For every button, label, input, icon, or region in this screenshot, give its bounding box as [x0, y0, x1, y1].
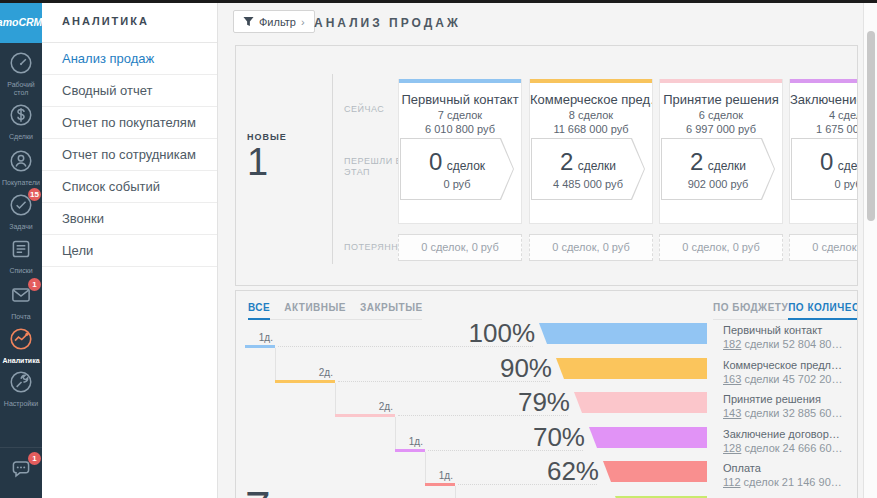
duration-step-line — [335, 414, 395, 417]
pipeline-stages-panel: НОВЫЕ 1 СЕЙЧАС ПЕРЕШЛИ В ЭТАП ПОТЕРЯННЫЕ… — [235, 45, 858, 286]
funnel-bar[interactable] — [539, 323, 707, 344]
funnel-percent: 70% — [503, 424, 585, 451]
duration-label: 2д. — [367, 401, 393, 412]
funnel-bar[interactable] — [589, 427, 707, 448]
chat-badge: 1 — [28, 452, 41, 465]
legend-item[interactable]: Оплата 112 сделок 21 146 90… — [723, 462, 853, 488]
deals-count-link[interactable]: 182 — [723, 338, 741, 350]
deals-count-link[interactable]: 163 — [723, 373, 741, 385]
stage-card-commercial-offer[interactable]: Коммерческое пред… 8 сделок 11 668 000 р… — [529, 79, 653, 224]
customers-icon — [8, 148, 34, 174]
scrollbar-track[interactable] — [863, 2, 877, 498]
menu-title: АНАЛИТИКА — [42, 0, 217, 43]
lost-deals-box[interactable]: 0 сделок, 0 руб — [398, 234, 522, 261]
menu-item-calls[interactable]: Звонки — [42, 203, 217, 235]
scrollbar-thumb[interactable] — [867, 31, 875, 221]
sidebar-item-tasks[interactable]: 15 Задачи — [0, 192, 42, 231]
moved-to-stage-arrow[interactable]: 2 сделки 902 000 руб — [661, 138, 775, 200]
legend-item[interactable]: Коммерческое предл… 163 сделки 45 702 20… — [723, 359, 853, 385]
funnel-percent: 100% — [453, 320, 535, 347]
analytics-icon — [8, 326, 34, 352]
sidebar-item-desktop[interactable]: Рабочий стол — [0, 50, 42, 97]
funnel-bar[interactable] — [556, 358, 707, 379]
legend-item[interactable]: Заключение договор… 128 сделок 24 666 60… — [723, 428, 853, 454]
deals-icon — [8, 102, 34, 128]
menu-item-summary-report[interactable]: Сводный отчет — [42, 75, 217, 107]
sidebar-item-mail[interactable]: 1 Почта — [0, 282, 42, 321]
guide-dotted-line — [278, 346, 533, 347]
sidebar-item-chat[interactable]: 1 — [0, 456, 42, 486]
new-deals-count: 1 — [247, 141, 268, 184]
page-title: АНАЛИЗ ПРОДАЖ — [314, 16, 461, 30]
icon-rail: amoCRM. Рабочий стол Сделки Покупатели 1… — [0, 0, 42, 498]
duration-step-line — [275, 380, 335, 383]
filter-label: Фильтр — [259, 16, 296, 28]
stage-now-count: 8 сделок — [530, 109, 652, 121]
window-top-edge — [0, 0, 877, 3]
funnel-percent: 79% — [488, 389, 570, 416]
funnel-percent: 90% — [470, 355, 552, 382]
guide-dotted-line — [398, 415, 568, 416]
tab-by-count[interactable]: ПО КОЛИЧЕСТВУ — [788, 302, 858, 320]
menu-item-sales-analysis[interactable]: Анализ продаж — [42, 43, 217, 75]
duration-step-line — [395, 449, 425, 452]
sidebar-item-settings[interactable]: Настройки — [0, 369, 42, 408]
sidebar-item-lists[interactable]: Списки — [0, 236, 42, 275]
stage-now-count: 4 сделки — [790, 109, 858, 121]
stage-color-strip — [399, 79, 521, 83]
legend-item[interactable]: Первичный контакт 182 сделки 52 804 80… — [723, 324, 853, 350]
total-duration: 7 д. — [245, 481, 323, 498]
settings-icon — [8, 369, 34, 395]
menu-item-employees-report[interactable]: Отчет по сотрудникам — [42, 139, 217, 171]
tasks-badge: 15 — [28, 188, 41, 201]
sidebar-item-deals[interactable]: Сделки — [0, 102, 42, 141]
menu-item-events-list[interactable]: Список событий — [42, 171, 217, 203]
chat-icon: 1 — [8, 456, 34, 482]
guide-vertical-line — [425, 452, 426, 486]
funnel-bar[interactable] — [603, 461, 707, 482]
stage-title: Коммерческое пред… — [530, 92, 652, 107]
stage-now-count: 6 сделок — [660, 109, 782, 121]
deals-count-link[interactable]: 112 — [723, 476, 741, 488]
duration-label: 2д. — [307, 367, 333, 378]
tasks-icon: 15 — [8, 192, 34, 218]
funnel-bar[interactable] — [574, 392, 707, 413]
tab-active[interactable]: АКТИВНЫЕ — [284, 302, 346, 319]
filter-button[interactable]: Фильтр › — [233, 10, 315, 33]
deals-count-link[interactable]: 143 — [723, 407, 741, 419]
funnel-percent: 62% — [517, 458, 599, 485]
guide-dotted-line — [458, 484, 597, 485]
lost-deals-box[interactable]: 0 сделок, 0 руб — [529, 234, 653, 261]
mail-badge: 1 — [28, 278, 41, 291]
stage-title: Первичный контакт — [399, 92, 521, 107]
amocrm-analytics-window: amoCRM. Рабочий стол Сделки Покупатели 1… — [0, 0, 877, 498]
lists-icon — [8, 236, 34, 262]
menu-item-customers-report[interactable]: Отчет по покупателям — [42, 107, 217, 139]
lost-deals-box[interactable]: 0 сделок, 0 руб — [789, 234, 858, 261]
stage-now-budget: 6 997 000 руб — [660, 123, 782, 135]
stage-now-budget: 6 010 800 руб — [399, 123, 521, 135]
menu-item-goals[interactable]: Цели — [42, 235, 217, 267]
amocrm-logo[interactable]: amoCRM. — [0, 0, 42, 43]
legend-item[interactable]: Принятие решения 143 сделки 32 885 60… — [723, 393, 853, 419]
sidebar-item-analytics[interactable]: Аналитика — [0, 326, 42, 365]
stage-card-decision[interactable]: Принятие решения 6 сделок 6 997 000 руб … — [659, 79, 783, 224]
tab-all[interactable]: ВСЕ — [248, 302, 270, 320]
moved-to-stage-arrow[interactable]: 0 сделок 0 руб — [400, 138, 514, 200]
funnel-icon — [243, 16, 254, 27]
stage-card-contract[interactable]: Заключение договора 4 сделки 1 675 000 р… — [789, 79, 858, 224]
funnel-filter-tabs: ВСЕ АКТИВНЫЕ ЗАКРЫТЫЕ — [248, 302, 422, 320]
lost-deals-box[interactable]: 0 сделок, 0 руб — [659, 234, 783, 261]
rail-separator — [0, 447, 42, 448]
tab-closed[interactable]: ЗАКРЫТЫЕ — [360, 302, 423, 319]
sidebar-item-customers[interactable]: Покупатели — [0, 148, 42, 187]
deals-count-link[interactable]: 128 — [723, 442, 741, 454]
moved-to-stage-arrow[interactable]: 0 сделок 0 руб — [791, 138, 858, 200]
guide-vertical-line — [275, 348, 276, 382]
tab-by-budget[interactable]: ПО БЮДЖЕТУ — [713, 302, 788, 319]
guide-dotted-line — [428, 450, 583, 451]
duration-step-line — [425, 483, 455, 486]
stage-card-primary-contact[interactable]: Первичный контакт 7 сделок 6 010 800 руб… — [398, 79, 522, 224]
moved-to-stage-arrow[interactable]: 2 сделки 4 485 000 руб — [531, 138, 645, 200]
stage-now-count: 7 сделок — [399, 109, 521, 121]
